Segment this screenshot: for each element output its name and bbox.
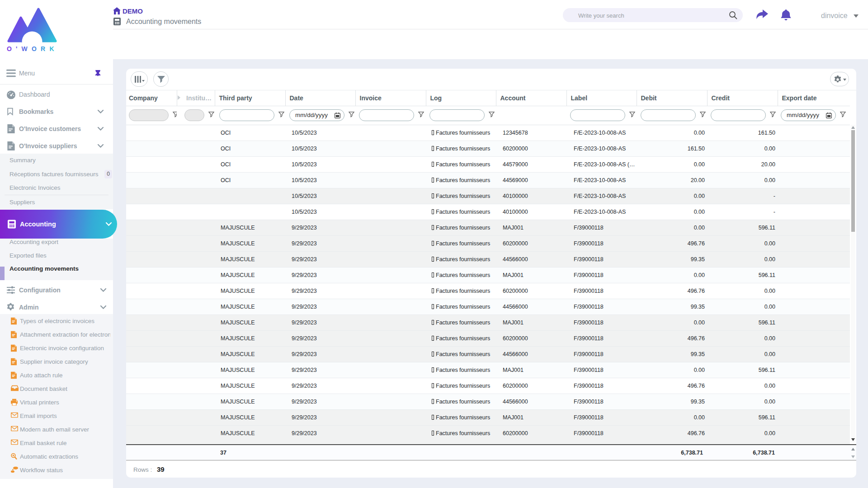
svg-text:O'WORK: O'WORK: [7, 45, 57, 52]
